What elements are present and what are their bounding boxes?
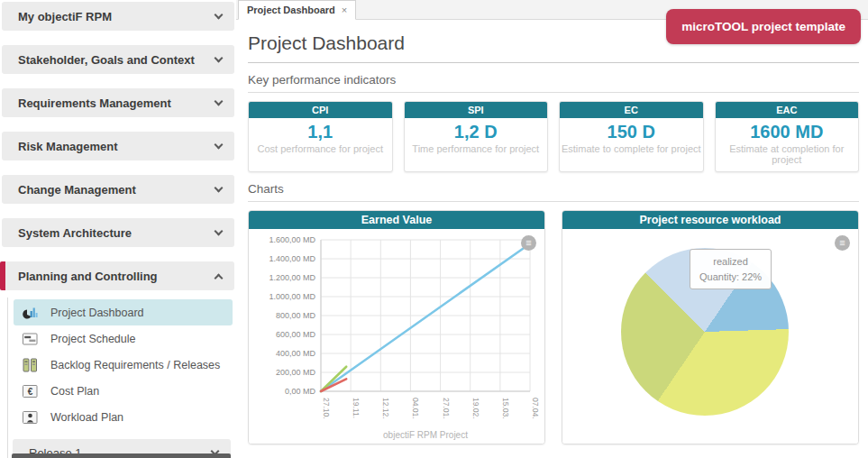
svg-text:200,00 MD: 200,00 MD xyxy=(276,368,316,377)
kpi-card-value: 1,1 xyxy=(249,118,392,143)
workload-person-icon xyxy=(23,410,38,425)
kpi-card-title: CPI xyxy=(249,102,392,118)
sidebar-item-label: Project Dashboard xyxy=(50,307,144,319)
kpi-card-title: EAC xyxy=(716,102,859,118)
sidebar-section-my-objectif-rpm[interactable]: My objectiF RPM xyxy=(2,2,234,31)
svg-text:1.200,00 MD: 1.200,00 MD xyxy=(269,273,315,282)
chevron-down-icon xyxy=(215,226,224,235)
sidebar-section-label: Risk Management xyxy=(18,140,118,153)
sidebar-section-label: Change Management xyxy=(18,183,136,197)
chevron-down-icon xyxy=(215,53,224,62)
svg-text:19.02.: 19.02. xyxy=(471,398,480,419)
svg-text:19.11.: 19.11. xyxy=(352,398,361,418)
kpi-card-description: Estimate to complete for project xyxy=(560,143,703,160)
svg-text:27.10.: 27.10. xyxy=(322,398,331,419)
backlog-icon xyxy=(23,358,38,372)
sidebar-item-backlog-requirements-releases[interactable]: Backlog Requirements / Releases xyxy=(14,352,233,378)
resource-workload-chart-title: Project resource workload xyxy=(562,211,858,229)
svg-text:12.12.: 12.12. xyxy=(381,398,390,419)
pie-tooltip-value: Quantity: 22% xyxy=(699,270,762,285)
sidebar: My objectiF RPMStakeholder, Goals and Co… xyxy=(0,0,236,458)
chevron-down-icon xyxy=(215,96,224,105)
sidebar-item-project-schedule[interactable]: Project Schedule xyxy=(14,325,233,352)
svg-text:1.600,00 MD: 1.600,00 MD xyxy=(269,235,315,244)
chevron-down-icon xyxy=(215,10,224,19)
kpi-card-spi: SPI1,2 DTime performance for project xyxy=(404,101,549,172)
sidebar-section-stakeholder-goals-and-context[interactable]: Stakeholder, Goals and Context xyxy=(2,45,234,74)
charts-section-title: Charts xyxy=(248,172,859,202)
svg-text:07.04.: 07.04. xyxy=(531,398,540,419)
svg-text:400,00 MD: 400,00 MD xyxy=(276,349,316,358)
sidebar-section-requirements-management[interactable]: Requirements Management xyxy=(2,88,234,117)
svg-text:04.01.: 04.01. xyxy=(411,398,420,419)
sidebar-bottom-strip xyxy=(12,453,231,458)
kpi-card-title: EC xyxy=(560,102,703,118)
main-content: Project Dashboard × microTOOL project te… xyxy=(236,0,868,458)
sidebar-section-planning-and-controlling[interactable]: Planning and Controlling xyxy=(2,261,234,290)
kpi-section-title: Key performance indicators xyxy=(248,63,859,93)
chevron-down-icon xyxy=(215,183,224,192)
kpi-card-cpi: CPI1,1Cost performance for project xyxy=(248,101,393,172)
resource-workload-chart-body: ≡ realized Quantity: 22% xyxy=(562,229,858,444)
kpi-card-eac: EAC1600 MDEstimate at completion for pro… xyxy=(715,101,860,172)
charts-row: Earned Value ≡ 1.600,00 MD1.400,00 MD1.2… xyxy=(248,210,859,444)
kpi-card-value: 1600 MD xyxy=(716,118,859,143)
sidebar-section-label: Requirements Management xyxy=(18,96,171,110)
svg-text:600,00 MD: 600,00 MD xyxy=(276,330,316,339)
gantt-icon xyxy=(23,332,38,346)
planning-and-controlling-content: Project DashboardProject ScheduleBacklog… xyxy=(7,298,236,458)
chevron-down-icon xyxy=(215,140,224,149)
svg-text:objectiF RPM Project: objectiF RPM Project xyxy=(383,430,468,440)
svg-text:0,00 MD: 0,00 MD xyxy=(285,387,316,396)
pie-tooltip: realized Quantity: 22% xyxy=(690,249,772,289)
project-template-badge: microTOOL project template xyxy=(666,9,861,44)
app-window: My objectiF RPMStakeholder, Goals and Co… xyxy=(0,0,868,458)
resource-workload-chart-panel: Project resource workload ≡ realized Qua… xyxy=(562,210,859,444)
kpi-card-row: CPI1,1Cost performance for projectSPI1,2… xyxy=(248,101,859,172)
kpi-card-value: 150 D xyxy=(560,118,703,143)
tab-project-dashboard[interactable]: Project Dashboard × xyxy=(238,0,356,20)
chevron-up-icon xyxy=(215,273,224,282)
sidebar-section-change-management[interactable]: Change Management xyxy=(2,175,234,204)
sidebar-section-risk-management[interactable]: Risk Management xyxy=(2,132,234,160)
pie-tooltip-series: realized xyxy=(699,254,762,270)
kpi-card-description: Time performance for project xyxy=(405,143,548,160)
svg-text:800,00 MD: 800,00 MD xyxy=(276,311,316,320)
sidebar-item-label: Project Schedule xyxy=(50,333,136,345)
cost-euro-icon: € xyxy=(23,384,38,398)
sidebar-item-label: Cost Plan xyxy=(50,385,99,398)
sidebar-section-label: System Architecture xyxy=(18,226,132,240)
sidebar-section-label: Planning and Controlling xyxy=(18,270,158,283)
sidebar-item-cost-plan[interactable]: €Cost Plan xyxy=(14,378,233,404)
earned-value-line-chart[interactable]: 1.600,00 MD1.400,00 MD1.200,00 MD1.000,0… xyxy=(249,229,544,444)
sidebar-section-system-architecture[interactable]: System Architecture xyxy=(2,218,234,247)
svg-text:1.400,00 MD: 1.400,00 MD xyxy=(269,254,315,263)
tab-label: Project Dashboard xyxy=(247,5,335,15)
chart-export-menu-icon[interactable]: ≡ xyxy=(521,235,536,251)
planning-items: Project DashboardProject ScheduleBacklog… xyxy=(8,299,236,430)
sidebar-section-label: My objectiF RPM xyxy=(18,10,112,23)
kpi-card-value: 1,2 D xyxy=(405,118,548,143)
sidebar-sections: My objectiF RPMStakeholder, Goals and Co… xyxy=(0,2,236,290)
chart-export-menu-icon[interactable]: ≡ xyxy=(835,235,850,251)
svg-text:15.03.: 15.03. xyxy=(501,398,510,419)
dashboard-chart-icon xyxy=(23,306,38,320)
earned-value-chart-title: Earned Value xyxy=(249,211,544,229)
sidebar-item-project-dashboard[interactable]: Project Dashboard xyxy=(14,299,233,325)
earned-value-chart-body: ≡ 1.600,00 MD1.400,00 MD1.200,00 MD1.000… xyxy=(249,229,544,444)
kpi-card-title: SPI xyxy=(405,102,548,118)
svg-text:€: € xyxy=(28,386,33,396)
close-icon[interactable]: × xyxy=(342,5,347,15)
kpi-card-description: Estimate at completion for project xyxy=(716,143,859,171)
kpi-card-description: Cost performance for project xyxy=(249,143,392,160)
sidebar-section-label: Stakeholder, Goals and Context xyxy=(18,53,195,67)
sidebar-item-label: Backlog Requirements / Releases xyxy=(50,359,220,371)
sidebar-item-label: Workload Plan xyxy=(50,411,123,424)
svg-text:1.000,00 MD: 1.000,00 MD xyxy=(269,292,315,301)
svg-text:27.01.: 27.01. xyxy=(442,398,451,419)
kpi-card-ec: EC150 DEstimate to complete for project xyxy=(559,101,704,172)
earned-value-chart-panel: Earned Value ≡ 1.600,00 MD1.400,00 MD1.2… xyxy=(248,210,545,444)
sidebar-item-workload-plan[interactable]: Workload Plan xyxy=(14,404,233,430)
